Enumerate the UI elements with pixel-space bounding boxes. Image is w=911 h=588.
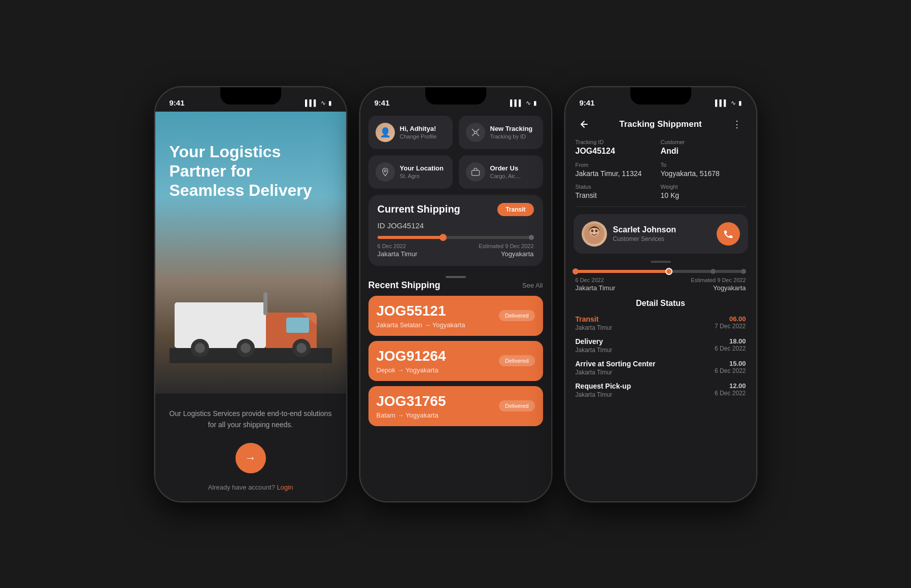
t-from: 6 Dec 2022 Jakarta Timur [576, 277, 616, 292]
notch [220, 87, 281, 105]
cs-from: 6 Dec 2022 Jakarta Timur [378, 243, 418, 258]
current-shipping-card: Current Shipping Transit ID JOG45124 6 D… [368, 195, 543, 266]
more-button[interactable]: ⋮ [728, 116, 746, 133]
shipment-route-1: Depok → Yogyakarta [377, 366, 535, 374]
call-button[interactable] [717, 222, 740, 246]
agent-name: Scarlet Johnson [613, 225, 711, 234]
more-dots-icon: ⋮ [732, 119, 741, 130]
agent-info: Scarlet Johnson Customer Services [613, 225, 711, 243]
scroll-indicator-2 [651, 261, 671, 263]
shipment-route-2: Batam → Yogyakarta [377, 411, 535, 419]
t-dot-mid [665, 268, 672, 275]
cs-id: ID JOG45124 [378, 221, 534, 230]
order-card[interactable]: Order Us Cargo, Air,... [459, 155, 543, 189]
agent-avatar [582, 221, 607, 247]
new-tracking-card[interactable]: New Tracking Tracking by ID [459, 116, 543, 149]
delivered-badge-0: Delivered [499, 310, 534, 321]
status-time-0: 06.00 [715, 315, 746, 323]
hero-text: Your Logistics Partner for Seamless Deli… [170, 142, 332, 200]
to-cell: To Yogyakarta, 51678 [661, 162, 746, 178]
login-link[interactable]: Login [277, 483, 293, 491]
delivered-badge-2: Delivered [499, 400, 534, 411]
hero-bottom: Our Logistics Services provide end-to-en… [155, 394, 346, 501]
status-date-2: 6 Dec 2022 [715, 367, 746, 374]
divider-1 [576, 206, 746, 207]
shipping-card-1[interactable]: JOG91264 Depok → Yogyakarta Delivered [368, 341, 543, 381]
status-loc-1: Jakarta Timur [576, 347, 613, 354]
shipping-card-0[interactable]: JOG55121 Jakarta Selatan → Yogyakarta De… [368, 296, 543, 336]
recent-title: Recent Shipping [368, 280, 441, 291]
t-dot-4 [741, 269, 746, 274]
svg-point-9 [296, 343, 307, 353]
wifi-icon-2: ∿ [526, 99, 531, 107]
svg-point-7 [241, 343, 251, 353]
location-text: Your Location St. Agro [400, 164, 444, 179]
progress-fill [378, 236, 443, 239]
status-name-1: Delivery [576, 337, 613, 345]
shipment-route-0: Jakarta Selatan → Yogyakarta [377, 321, 535, 329]
hero-truck-image [155, 221, 346, 363]
status-icons-1: ▌▌▌ ∿ ▮ [305, 99, 332, 107]
user-card[interactable]: 👤 Hi, Adhitya! Change Profile [368, 116, 453, 149]
location-icon-wrap [376, 162, 395, 182]
order-icon-wrap [466, 162, 485, 182]
from-cell: From Jakarta Timur, 11324 [576, 162, 661, 178]
tracking-page-title: Tracking Shippment [619, 119, 701, 129]
tracking-progress-fill [576, 270, 669, 273]
recent-shipping-header: Recent Shipping See All [360, 278, 551, 296]
new-tracking-title: New Tracking [490, 125, 533, 132]
location-card[interactable]: Your Location St. Agro [368, 155, 453, 189]
hero-title: Your Logistics Partner for Seamless Deli… [170, 142, 332, 200]
svg-rect-10 [263, 292, 267, 315]
svg-rect-1 [175, 302, 266, 348]
phone-3: 9:41 ▌▌▌ ∿ ▮ Tracking Shippment ⋮ Tracki… [564, 86, 757, 502]
shipping-card-2[interactable]: JOG31765 Batam → Yogyakarta Delivered [368, 386, 543, 426]
progress-track [378, 236, 534, 239]
progress-dot-active [440, 234, 447, 241]
battery-icon-3: ▮ [738, 99, 742, 107]
status-icons-2: ▌▌▌ ∿ ▮ [510, 99, 537, 107]
status-time-val-3: 12.00 [715, 382, 746, 390]
tracking-progress-track [576, 270, 746, 273]
tracking-progress-section: 6 Dec 2022 Jakarta Timur Estimated 9 Dec… [565, 261, 756, 299]
status-time-3: 9:41 [580, 98, 595, 107]
status-name-2: Arrive at Sorting Center [576, 360, 656, 368]
top-cards: 👤 Hi, Adhitya! Change Profile New Tracki… [360, 112, 551, 195]
weight-cell: Weight 10 Kg [661, 184, 746, 199]
status-item-1: Delivery Jakarta Timur 18.00 6 Dec 2022 [576, 337, 746, 354]
cs-title: Current Shipping [378, 203, 460, 215]
signal-icon-3: ▌▌▌ [715, 99, 728, 107]
svg-rect-13 [471, 170, 479, 176]
wifi-icon-3: ∿ [731, 99, 736, 107]
agent-role: Customer Services [613, 235, 711, 243]
transit-badge: Transit [497, 203, 533, 216]
cs-locations: 6 Dec 2022 Jakarta Timur Estimated 9 Dec… [378, 243, 534, 258]
status-icons-3: ▌▌▌ ∿ ▮ [715, 99, 742, 107]
order-title: Order Us [490, 164, 521, 172]
status-time-val-2: 15.00 [715, 360, 746, 367]
hero-area: Your Logistics Partner for Seamless Deli… [155, 112, 346, 394]
status-item-3: Request Pick-up Jakarta Timur 12.00 6 De… [576, 382, 746, 398]
svg-point-11 [474, 131, 477, 133]
status-time-1: 9:41 [170, 98, 185, 107]
status-name-3: Request Pick-up [576, 382, 631, 390]
cta-button[interactable]: → [235, 443, 266, 473]
login-prompt: Already have account? Login [170, 483, 332, 491]
signal-icon: ▌▌▌ [305, 99, 318, 107]
location-sub: St. Agro [400, 173, 444, 179]
see-all-button[interactable]: See All [522, 282, 543, 289]
battery-icon: ▮ [328, 99, 332, 107]
status-name-0: Transit [576, 315, 613, 323]
user-card-text: Hi, Adhitya! Change Profile [400, 125, 437, 140]
status-time-val-1: 18.00 [715, 337, 746, 345]
delivered-badge-1: Delivered [499, 355, 534, 366]
detail-status-title: Detail Status [576, 299, 746, 308]
shipping-list: JOG55121 Jakarta Selatan → Yogyakarta De… [360, 296, 551, 501]
back-button[interactable] [576, 116, 593, 133]
status-loc-2: Jakarta Timur [576, 369, 656, 376]
status-date-0: 7 Dec 2022 [715, 323, 746, 330]
tracking-id-cell: Tracking ID JOG45124 [576, 139, 661, 156]
user-sub: Change Profile [400, 133, 437, 140]
status-loc-3: Jakarta Timur [576, 391, 631, 398]
status-item-0: Transit Jakarta Timur 06.00 7 Dec 2022 [576, 315, 746, 331]
